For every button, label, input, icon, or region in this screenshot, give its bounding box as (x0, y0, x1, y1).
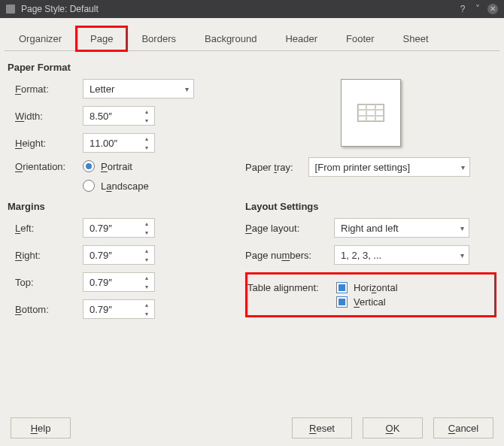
layout-heading: Layout Settings (245, 201, 496, 212)
format-value: Letter (90, 83, 114, 95)
reset-button[interactable]: Reset (292, 417, 352, 438)
width-spinner[interactable]: 8.50″ ▴▾ (83, 106, 155, 126)
tab-sheet[interactable]: Sheet (389, 26, 443, 51)
dialog-buttons: Help Reset OK Cancel (8, 410, 496, 440)
page-preview (341, 79, 401, 147)
chevron-down-icon: ▾ (185, 85, 189, 93)
landscape-radio[interactable] (83, 180, 95, 192)
vertical-checkbox[interactable] (336, 296, 348, 308)
portrait-radio[interactable] (83, 160, 95, 172)
margin-bottom-spinner[interactable]: 0.79″ ▴▾ (83, 299, 155, 319)
vertical-label: Vertical (354, 296, 386, 308)
tab-page[interactable]: Page (76, 26, 127, 51)
chevron-down-icon: ▾ (460, 251, 464, 259)
table-alignment-group: Table alignment: Horizontal Vertical (245, 272, 496, 317)
horizontal-checkbox[interactable] (336, 282, 348, 293)
margins-heading: Margins (8, 201, 233, 212)
spin-down-icon[interactable]: ▾ (141, 283, 153, 290)
tab-background[interactable]: Background (190, 26, 271, 51)
tab-content: Paper Format Format: Letter ▾ Width: 8.5… (5, 51, 499, 440)
paper-tray-combo[interactable]: [From printer settings] ▾ (308, 157, 470, 177)
portrait-label: Portrait (101, 161, 132, 172)
page-numbers-label: Page numbers: (245, 250, 334, 261)
chevron-down-icon: ▾ (461, 163, 465, 171)
format-label: Format: (8, 83, 83, 95)
window-help-icon[interactable]: ? (457, 4, 468, 14)
margin-bottom-label: Bottom: (8, 304, 83, 315)
margin-right-label: Right: (8, 250, 83, 261)
minimize-icon[interactable]: ˅ (472, 4, 483, 14)
spin-down-icon[interactable]: ▾ (141, 256, 153, 263)
tab-bar: Organizer Page Borders Background Header… (5, 26, 499, 51)
app-icon (6, 5, 15, 14)
spin-down-icon[interactable]: ▾ (141, 310, 153, 317)
paper-tray-value: [From printer settings] (315, 162, 410, 173)
page-layout-combo[interactable]: Right and left ▾ (334, 218, 469, 238)
paper-format-heading: Paper Format (8, 62, 496, 73)
window-title: Page Style: Default (21, 4, 99, 14)
height-label: Height: (8, 138, 83, 149)
height-spinner[interactable]: 11.00″ ▴▾ (83, 133, 155, 153)
height-value: 11.00″ (90, 138, 117, 149)
spin-up-icon[interactable]: ▴ (141, 108, 153, 115)
spin-up-icon[interactable]: ▴ (141, 247, 153, 254)
help-button[interactable]: Help (11, 417, 71, 438)
page-layout-label: Page layout: (245, 223, 334, 234)
table-alignment-label: Table alignment: (247, 282, 336, 293)
chevron-down-icon: ▾ (460, 224, 464, 232)
ok-button[interactable]: OK (363, 417, 423, 438)
tab-borders[interactable]: Borders (127, 26, 190, 51)
spin-up-icon[interactable]: ▴ (141, 274, 153, 281)
spin-up-icon[interactable]: ▴ (141, 220, 153, 227)
spin-down-icon[interactable]: ▾ (141, 144, 153, 151)
width-value: 8.50″ (90, 111, 112, 122)
cancel-button[interactable]: Cancel (433, 417, 493, 438)
spin-up-icon[interactable]: ▴ (141, 301, 153, 308)
margin-top-spinner[interactable]: 0.79″ ▴▾ (83, 272, 155, 292)
margin-left-label: Left: (8, 223, 83, 234)
page-numbers-combo[interactable]: 1, 2, 3, ... ▾ (334, 245, 469, 265)
spin-up-icon[interactable]: ▴ (141, 135, 153, 142)
paper-tray-label: Paper tray: (245, 162, 293, 173)
close-icon[interactable]: ✕ (487, 4, 498, 14)
titlebar: Page Style: Default ? ˅ ✕ (0, 0, 504, 18)
landscape-label: Landscape (101, 181, 149, 192)
horizontal-label: Horizontal (354, 282, 398, 293)
width-label: Width: (8, 111, 83, 122)
format-combo[interactable]: Letter ▾ (83, 79, 194, 99)
orientation-label: Orientation: (8, 161, 83, 172)
tab-organizer[interactable]: Organizer (5, 26, 76, 51)
tab-footer[interactable]: Footer (332, 26, 389, 51)
dialog-body: Organizer Page Borders Background Header… (0, 18, 504, 446)
tab-header[interactable]: Header (271, 26, 332, 51)
margin-right-spinner[interactable]: 0.79″ ▴▾ (83, 245, 155, 265)
margin-top-label: Top: (8, 277, 83, 288)
margin-left-spinner[interactable]: 0.79″ ▴▾ (83, 218, 155, 238)
spin-down-icon[interactable]: ▾ (141, 229, 153, 236)
spin-down-icon[interactable]: ▾ (141, 117, 153, 124)
